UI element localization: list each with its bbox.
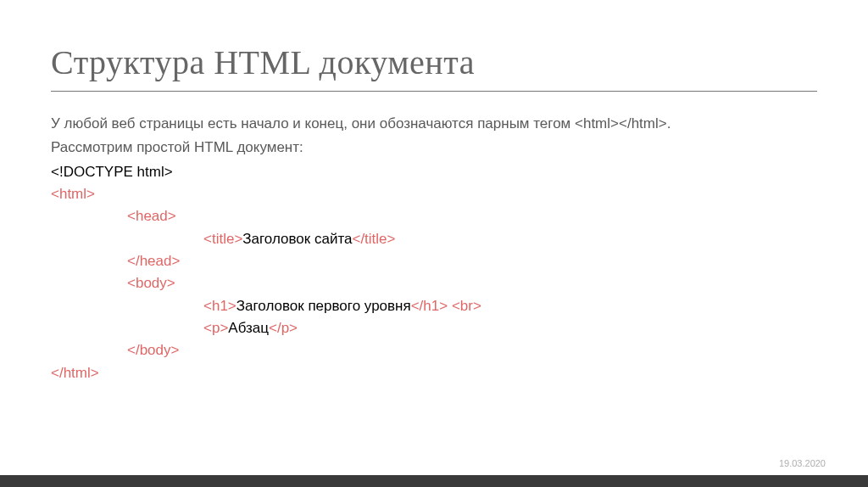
code-body-open: <body> bbox=[51, 272, 817, 294]
br-tag: <br> bbox=[452, 298, 481, 314]
html-open-tag: <html> bbox=[51, 186, 95, 202]
bottom-bar bbox=[0, 475, 868, 487]
slide-container: Структура HTML документа У любой веб стр… bbox=[0, 0, 868, 487]
title-divider bbox=[51, 91, 817, 92]
p-open-tag: <p> bbox=[203, 320, 228, 336]
head-open-tag: <head> bbox=[127, 208, 176, 224]
code-title-line: <title>Заголовок сайта</title> bbox=[51, 228, 817, 250]
page-title: Структура HTML документа bbox=[51, 42, 817, 82]
title-open-tag: <title> bbox=[203, 231, 242, 247]
code-body-close: </body> bbox=[51, 339, 817, 361]
p-text: Абзац bbox=[228, 320, 269, 336]
h1-open-tag: <h1> bbox=[203, 298, 236, 314]
code-head-open: <head> bbox=[51, 205, 817, 227]
code-p-line: <p>Абзац</p> bbox=[51, 317, 817, 339]
intro-text-1: У любой веб страницы есть начало и конец… bbox=[51, 113, 817, 135]
title-text: Заголовок сайта bbox=[242, 231, 352, 247]
code-doctype: <!DOCTYPE html> bbox=[51, 161, 817, 183]
code-html-open: <html> bbox=[51, 183, 817, 205]
code-head-close: </head> bbox=[51, 250, 817, 272]
html-close-tag: </html> bbox=[51, 365, 99, 381]
p-close-tag: </p> bbox=[269, 320, 298, 336]
h1-close-tag: </h1> bbox=[411, 298, 448, 314]
intro-text-2: Рассмотрим простой HTML документ: bbox=[51, 137, 817, 159]
code-h1-line: <h1>Заголовок первого уровня</h1> <br> bbox=[51, 295, 817, 317]
doctype-tag: <!DOCTYPE html> bbox=[51, 164, 173, 180]
body-close-tag: </body> bbox=[127, 342, 179, 358]
slide-content: У любой веб страницы есть начало и конец… bbox=[51, 113, 817, 384]
footer-date: 19.03.2020 bbox=[779, 458, 826, 468]
head-close-tag: </head> bbox=[127, 253, 180, 269]
title-close-tag: </title> bbox=[352, 231, 395, 247]
code-html-close: </html> bbox=[51, 362, 817, 384]
h1-text: Заголовок первого уровня bbox=[236, 298, 411, 314]
body-open-tag: <body> bbox=[127, 275, 175, 291]
